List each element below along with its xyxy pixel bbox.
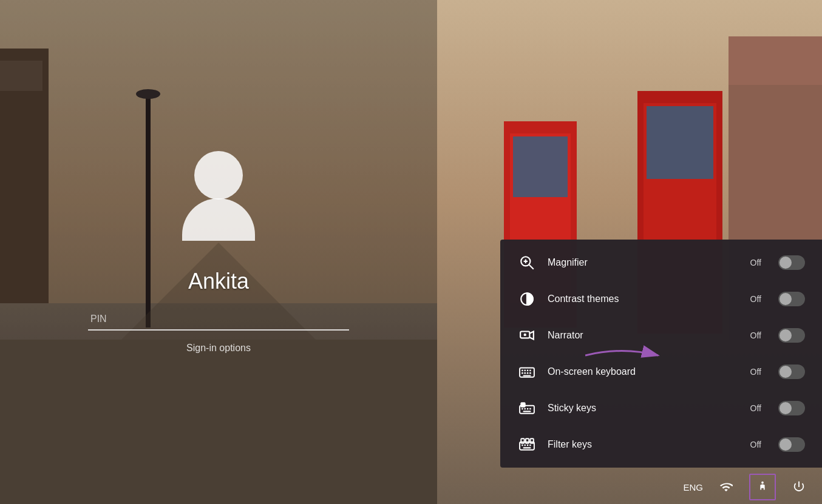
on-screen-keyboard-label: On-screen keyboard bbox=[548, 366, 739, 377]
wifi-icon[interactable] bbox=[715, 476, 737, 498]
svg-line-17 bbox=[529, 265, 534, 269]
username-label: Ankita bbox=[188, 269, 249, 294]
sticky-keys-icon bbox=[517, 398, 537, 418]
sticky-keys-label: Sticky keys bbox=[548, 403, 739, 414]
magnifier-toggle[interactable] bbox=[778, 255, 805, 270]
accessibility-panel: Magnifier Off Contrast themes Off Narrat… bbox=[500, 240, 822, 468]
magnifier-icon bbox=[517, 253, 537, 272]
language-label: ENG bbox=[683, 482, 703, 492]
sticky-keys-row[interactable]: Sticky keys Off bbox=[500, 390, 822, 426]
svg-point-22 bbox=[524, 334, 526, 336]
login-section: Ankita Sign-in options bbox=[0, 0, 437, 504]
svg-rect-43 bbox=[530, 438, 533, 443]
narrator-row[interactable]: Narrator Off bbox=[500, 317, 822, 354]
narrator-toggle[interactable] bbox=[778, 328, 805, 343]
sign-in-options-link[interactable]: Sign-in options bbox=[186, 343, 251, 354]
filter-keys-status: Off bbox=[750, 440, 761, 449]
magnifier-row[interactable]: Magnifier Off bbox=[500, 244, 822, 281]
narrator-icon bbox=[517, 326, 537, 345]
sticky-keys-status: Off bbox=[750, 403, 761, 413]
on-screen-keyboard-status: Off bbox=[750, 367, 761, 377]
narrator-status: Off bbox=[750, 331, 761, 340]
contrast-label: Contrast themes bbox=[548, 294, 739, 304]
narrator-label: Narrator bbox=[548, 330, 739, 341]
svg-rect-41 bbox=[521, 438, 524, 443]
taskbar: ENG bbox=[0, 470, 822, 504]
pin-input[interactable] bbox=[88, 309, 349, 331]
svg-rect-34 bbox=[521, 403, 525, 407]
on-screen-keyboard-row[interactable]: On-screen keyboard Off bbox=[500, 354, 822, 390]
avatar-body bbox=[182, 198, 255, 241]
svg-rect-42 bbox=[526, 438, 529, 443]
power-button[interactable] bbox=[788, 476, 810, 498]
filter-keys-label: Filter keys bbox=[548, 439, 739, 450]
keyboard-icon bbox=[517, 362, 537, 381]
avatar-head bbox=[194, 151, 243, 200]
filter-keys-row[interactable]: Filter keys Off bbox=[500, 426, 822, 463]
contrast-toggle[interactable] bbox=[778, 292, 805, 306]
on-screen-keyboard-toggle[interactable] bbox=[778, 365, 805, 379]
contrast-themes-row[interactable]: Contrast themes Off bbox=[500, 281, 822, 317]
accessibility-button[interactable] bbox=[749, 474, 776, 500]
svg-point-50 bbox=[761, 482, 764, 484]
filter-keys-icon bbox=[517, 435, 537, 454]
magnifier-label: Magnifier bbox=[548, 257, 739, 268]
filter-keys-toggle[interactable] bbox=[778, 437, 805, 452]
contrast-status: Off bbox=[750, 294, 761, 304]
avatar-container bbox=[182, 151, 255, 241]
sticky-keys-toggle[interactable] bbox=[778, 401, 805, 415]
magnifier-status: Off bbox=[750, 258, 761, 267]
contrast-icon bbox=[517, 289, 537, 309]
